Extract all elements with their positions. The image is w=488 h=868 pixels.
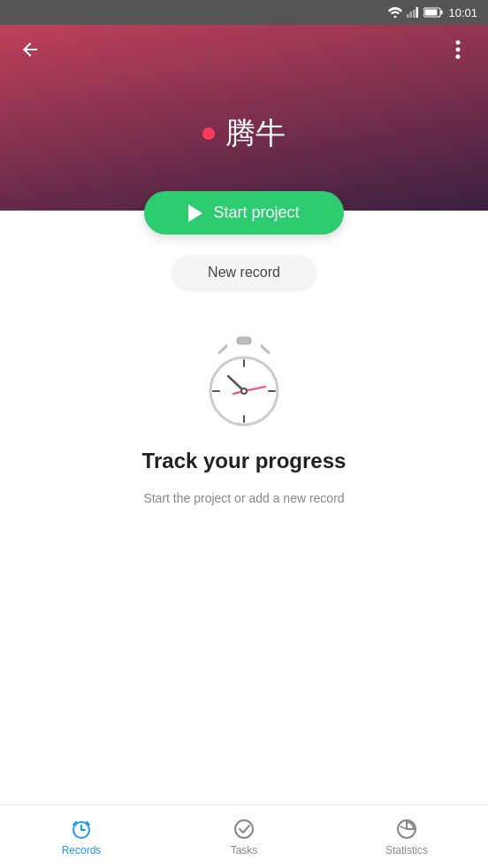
stopwatch-icon: [200, 334, 288, 431]
battery-icon: [423, 7, 443, 18]
top-bar: [0, 25, 488, 74]
project-title-area: 腾牛: [0, 74, 488, 211]
statistics-nav-label: Statistics: [385, 844, 428, 856]
bottom-nav: Records Tasks Statistics: [0, 804, 488, 868]
svg-point-8: [456, 41, 461, 45]
start-project-button[interactable]: Start project: [144, 191, 343, 234]
nav-item-records[interactable]: Records: [1, 818, 162, 856]
svg-point-9: [456, 48, 461, 52]
records-nav-label: Records: [62, 844, 102, 856]
svg-rect-3: [413, 10, 416, 18]
svg-rect-6: [441, 11, 443, 15]
tasks-nav-icon: [233, 818, 255, 841]
wifi-icon: [388, 7, 402, 18]
svg-rect-4: [416, 7, 419, 18]
alarm-clock-icon: [70, 818, 93, 841]
project-color-dot: [202, 127, 215, 140]
records-nav-icon: [70, 818, 93, 841]
project-title: 腾牛: [225, 113, 286, 154]
nav-item-tasks[interactable]: Tasks: [164, 818, 324, 856]
svg-point-24: [242, 389, 246, 393]
illustration-area: Track your progress Start the project or…: [142, 334, 347, 505]
track-heading: Track your progress: [142, 449, 347, 473]
main-content: Start project New record: [0, 211, 488, 505]
nav-item-statistics[interactable]: Statistics: [326, 818, 487, 856]
svg-rect-11: [237, 337, 251, 344]
signal-icon: [407, 7, 419, 18]
svg-line-13: [262, 346, 269, 353]
checkmark-icon: [233, 818, 255, 841]
svg-line-12: [219, 346, 226, 353]
track-subtext: Start the project or add a new record: [143, 491, 344, 505]
tasks-nav-label: Tasks: [231, 844, 258, 856]
svg-point-0: [394, 16, 397, 19]
statistics-nav-icon: [395, 818, 418, 841]
svg-point-10: [456, 55, 461, 59]
new-record-button[interactable]: New record: [172, 256, 316, 289]
more-icon: [455, 40, 461, 59]
status-time: 10:01: [448, 6, 477, 19]
svg-point-30: [235, 820, 253, 838]
play-icon: [188, 204, 202, 222]
svg-rect-7: [425, 10, 438, 16]
header: 腾牛: [0, 25, 488, 211]
more-options-button[interactable]: [442, 34, 474, 65]
back-button[interactable]: [14, 34, 46, 65]
svg-line-32: [400, 826, 408, 829]
stats-icon: [395, 818, 418, 841]
start-project-label: Start project: [213, 204, 299, 222]
new-record-label: New record: [208, 265, 280, 280]
status-icons: [388, 7, 443, 18]
svg-rect-1: [407, 14, 409, 18]
status-bar: 10:01: [0, 0, 488, 25]
svg-rect-2: [410, 12, 413, 18]
back-arrow-icon: [19, 39, 41, 60]
